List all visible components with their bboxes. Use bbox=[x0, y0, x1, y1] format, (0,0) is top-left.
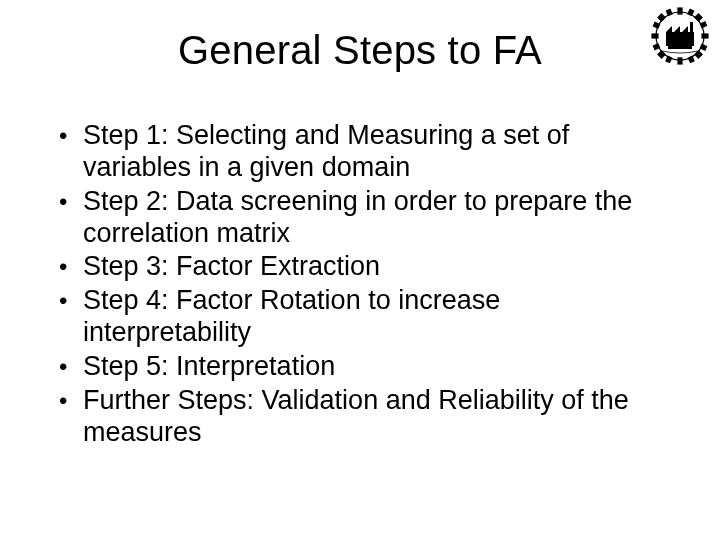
slide-title: General Steps to FA bbox=[0, 28, 720, 73]
list-item: Step 5: Interpretation bbox=[55, 351, 670, 383]
list-item: Step 1: Selecting and Measuring a set of… bbox=[55, 120, 670, 184]
svg-rect-5 bbox=[658, 14, 665, 21]
list-item: Step 2: Data screening in order to prepa… bbox=[55, 186, 670, 250]
slide-body: Step 1: Selecting and Measuring a set of… bbox=[55, 120, 670, 451]
slide: General Steps to FA Step 1: Selecting an… bbox=[0, 0, 720, 540]
svg-rect-15 bbox=[700, 22, 706, 28]
list-item: Step 3: Factor Extraction bbox=[55, 251, 670, 283]
list-item: Step 4: Factor Rotation to increase inte… bbox=[55, 285, 670, 349]
list-item: Further Steps: Validation and Reliabilit… bbox=[55, 385, 670, 449]
svg-rect-1 bbox=[678, 8, 682, 14]
svg-rect-6 bbox=[695, 14, 702, 21]
bullet-list: Step 1: Selecting and Measuring a set of… bbox=[55, 120, 670, 449]
svg-rect-9 bbox=[666, 9, 672, 15]
svg-rect-10 bbox=[688, 9, 694, 15]
